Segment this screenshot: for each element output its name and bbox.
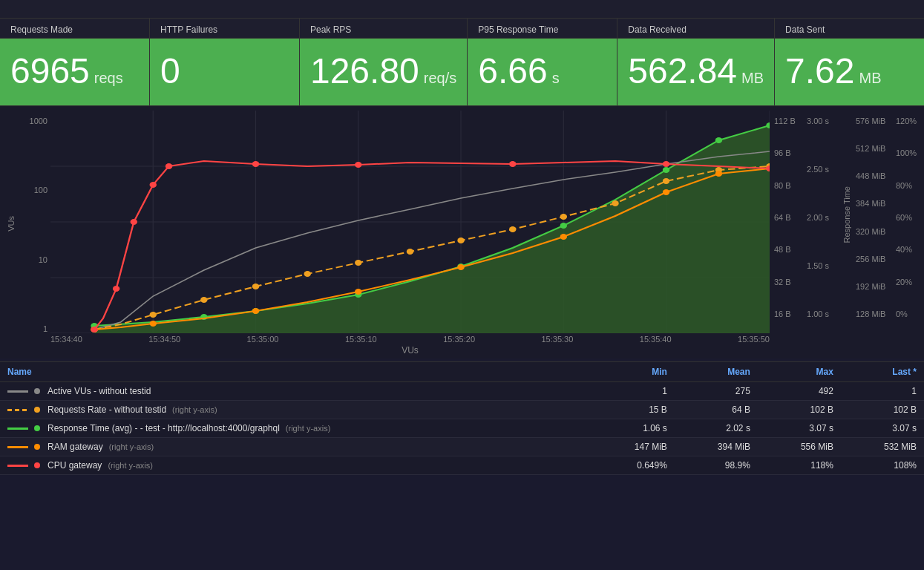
legend-row: Requests Rate - without testid (right y-… [0, 401, 924, 419]
legend-row-min: 147 MiB [592, 438, 675, 456]
metric-unit-data-received: MB [741, 70, 764, 87]
metric-label-data-sent: Data Sent [775, 19, 924, 39]
legend-row-last: 108% [841, 456, 924, 475]
metric-label-http-failures: HTTP Failures [150, 19, 299, 39]
legend-row-max: 556 MiB [758, 438, 841, 456]
y-right2-axis: 3.00 s 2.50 s 2.00 s 1.50 s 1.00 s [805, 111, 842, 358]
metric-value-data-received: 562.84 [628, 53, 737, 89]
legend-row-last: 3.07 s [841, 419, 924, 438]
legend-row-last: 532 MiB [841, 438, 924, 456]
svg-point-47 [131, 219, 137, 225]
response-time-axis-label: Response Time [842, 111, 851, 358]
svg-point-53 [663, 161, 669, 167]
metric-card-peak-rps: Peak RPS 126.80 req/s [300, 19, 468, 105]
legend-row-name: CPU gateway (right y-axis) [0, 456, 592, 475]
svg-point-23 [150, 312, 157, 318]
metric-label-requests-made: Requests Made [0, 19, 149, 39]
legend-row: Active VUs - without testid 1 275 492 1 [0, 382, 924, 401]
legend-row-name: RAM gateway (right y-axis) [0, 438, 592, 456]
y-left-axis: 1000 100 10 1 [22, 111, 50, 358]
metric-value-http-failures: 0 [160, 53, 180, 89]
svg-point-29 [457, 238, 464, 243]
metric-unit-peak-rps: req/s [424, 70, 456, 87]
legend-row-min: 1.06 s [592, 419, 675, 438]
svg-point-38 [252, 308, 259, 314]
legend-row-last: 1 [841, 382, 924, 401]
metric-card-data-sent: Data Sent 7.62 MB [775, 19, 924, 105]
legend-row-mean: 98.9% [675, 456, 758, 475]
legend-row-min: 0.649% [592, 456, 675, 475]
legend-row: Response Time (avg) - - test - http://lo… [0, 419, 924, 438]
legend-row-min: 1 [592, 382, 675, 401]
legend-row-name: Active VUs - without testid [0, 382, 592, 401]
x-axis-title: VUs [50, 344, 770, 358]
chart-section: VUs 1000 100 10 1 [0, 106, 924, 358]
svg-point-20 [715, 137, 722, 143]
svg-point-50 [252, 161, 259, 167]
y-left-axis-title: VUs [7, 216, 16, 232]
legend-col-mean: Mean [675, 362, 758, 382]
legend-col-min: Min [592, 362, 675, 382]
metric-card-requests-made: Requests Made 6965 reqs [0, 19, 150, 105]
svg-point-52 [509, 161, 516, 167]
metric-value-data-sent: 7.62 [785, 53, 854, 89]
header [0, 0, 924, 19]
legend-row-mean: 275 [675, 382, 758, 401]
svg-point-39 [355, 289, 361, 295]
metric-unit-data-sent: MB [859, 70, 881, 87]
svg-point-45 [91, 327, 97, 332]
x-axis-labels: 15:34:40 15:34:50 15:35:00 15:35:10 15:3… [50, 333, 770, 344]
legend-row-name: Requests Rate - without testid (right y-… [0, 401, 592, 419]
legend-row-last: 102 B [841, 401, 924, 419]
metric-unit-p95-response-time: s [552, 70, 560, 87]
metric-label-p95-response-time: P95 Response Time [468, 19, 617, 39]
legend-row-name: Response Time (avg) - - test - http://lo… [0, 419, 592, 438]
legend-col-name: Name [0, 362, 592, 382]
svg-point-19 [663, 167, 669, 173]
metric-card-p95-response-time: P95 Response Time 6.66 s [468, 19, 617, 105]
legend-row: RAM gateway (right y-axis) 147 MiB 394 M… [0, 438, 924, 456]
svg-point-41 [560, 234, 567, 240]
svg-point-26 [304, 271, 311, 277]
legend-row-mean: 2.02 s [675, 419, 758, 438]
metric-value-requests-made: 6965 [10, 53, 90, 89]
legend-section: Name Min Mean Max Last * Active VUs - wi… [0, 361, 924, 475]
metric-unit-requests-made: reqs [94, 70, 123, 87]
metric-value-peak-rps: 126.80 [310, 53, 419, 89]
svg-point-27 [355, 260, 361, 266]
metric-label-data-received: Data Received [617, 19, 774, 39]
y-right1-axis: 112 B 96 B 80 B 64 B 48 B 32 B 16 B [770, 111, 805, 358]
svg-point-28 [407, 249, 413, 255]
legend-row-mean: 394 MiB [675, 438, 758, 456]
chart-container: 15:34:40 15:34:50 15:35:00 15:35:10 15:3… [50, 111, 770, 358]
legend-col-last: Last * [841, 362, 924, 382]
svg-point-33 [663, 178, 669, 184]
svg-point-46 [113, 286, 119, 292]
svg-point-43 [715, 171, 722, 177]
metrics-row: Requests Made 6965 reqs HTTP Failures 0 … [0, 19, 924, 106]
legend-row: CPU gateway (right y-axis) 0.649% 98.9% … [0, 456, 924, 475]
svg-point-37 [150, 321, 157, 327]
legend-row-max: 118% [758, 456, 841, 475]
legend-row-max: 102 B [758, 401, 841, 419]
y-right4-axis: 120% 100% 80% 60% 40% 20% 0% [894, 111, 924, 358]
legend-row-min: 15 B [592, 401, 675, 419]
svg-point-30 [509, 226, 516, 232]
svg-point-40 [457, 264, 464, 270]
metric-label-peak-rps: Peak RPS [300, 19, 467, 39]
svg-point-49 [166, 163, 172, 169]
y-right3-axis: 576 MiB 512 MiB 448 MiB 384 MiB 320 MiB … [851, 111, 894, 358]
metric-card-data-received: Data Received 562.84 MB [617, 19, 775, 105]
chart-svg [50, 111, 770, 333]
legend-row-mean: 64 B [675, 401, 758, 419]
legend-row-max: 3.07 s [758, 419, 841, 438]
svg-point-31 [560, 214, 567, 220]
svg-point-24 [200, 297, 207, 303]
metric-card-http-failures: HTTP Failures 0 [150, 19, 300, 105]
svg-point-51 [355, 162, 361, 168]
svg-point-42 [663, 189, 669, 195]
legend-row-max: 492 [758, 382, 841, 401]
legend-col-max: Max [758, 362, 841, 382]
svg-point-32 [612, 200, 618, 206]
svg-point-48 [150, 182, 157, 188]
